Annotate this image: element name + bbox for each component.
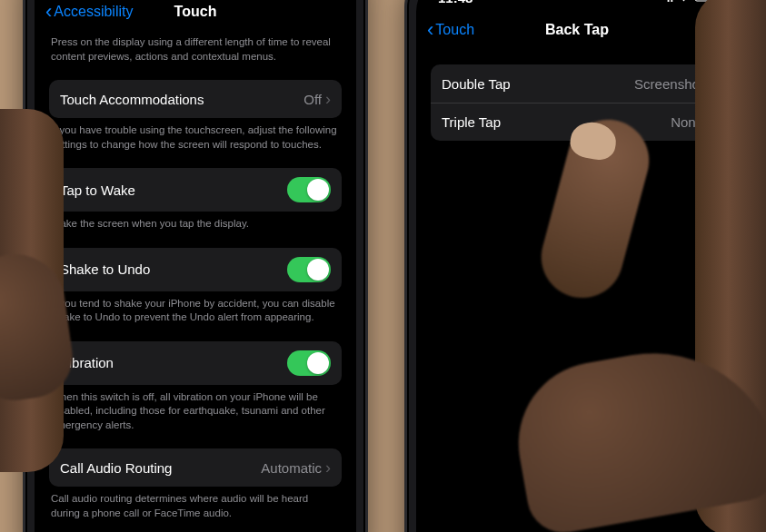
vibration-row[interactable]: Vibration (49, 341, 342, 385)
row-label: Tap to Wake (60, 182, 287, 198)
back-label: Touch (435, 22, 474, 38)
status-bar: 11:48 ••ıl (416, 0, 738, 12)
touch-accommodations-footer: If you have trouble using the touchscree… (49, 118, 342, 152)
tap-to-wake-row[interactable]: Tap to Wake (49, 168, 342, 212)
wifi-icon (677, 0, 691, 5)
touch-accommodations-row[interactable]: Touch Accommodations Off › (49, 80, 342, 118)
vibration-toggle[interactable] (287, 350, 331, 376)
chevron-left-icon: ‹ (45, 0, 52, 24)
row-label: Double Tap (442, 76, 634, 92)
settings-content: Press on the display using a different l… (35, 30, 356, 532)
row-label: Vibration (60, 355, 287, 370)
intro-footer: Press on the display using a different l… (49, 30, 342, 64)
back-button[interactable]: ‹ Touch (423, 15, 478, 45)
shake-to-undo-footer: If you tend to shake your iPhone by acci… (49, 291, 342, 325)
double-tap-row[interactable]: Double Tap Screenshot › (431, 64, 723, 103)
chevron-right-icon: › (325, 459, 331, 476)
vibration-footer: When this switch is off, all vibration o… (49, 385, 342, 433)
row-value: Screenshot (634, 76, 703, 92)
row-value: Automatic (261, 460, 322, 476)
signal-icon: ••ıl (659, 0, 673, 5)
row-label: Call Audio Routing (60, 460, 261, 476)
status-time: 11:48 (438, 0, 473, 5)
row-label: Shake to Undo (60, 261, 287, 277)
row-label: Triple Tap (442, 114, 671, 130)
screen-touch-settings: 11:47 ••ıl ‹ Accessibility Touch Press o… (35, 0, 356, 532)
tap-to-wake-toggle[interactable] (287, 177, 331, 202)
intro-group: Press on the display using a different l… (49, 30, 342, 64)
row-label: Touch Accommodations (60, 92, 303, 107)
chevron-right-icon: › (325, 91, 331, 107)
back-label: Accessibility (54, 4, 133, 20)
nav-bar: ‹ Accessibility Touch (35, 0, 356, 30)
back-button[interactable]: ‹ Accessibility (42, 0, 136, 27)
call-audio-routing-row[interactable]: Call Audio Routing Automatic › (49, 448, 342, 487)
row-value: Off (303, 92, 322, 107)
phone-left: 11:47 ••ıl ‹ Accessibility Touch Press o… (23, 0, 368, 532)
call-audio-footer: Call audio routing determines where audi… (49, 487, 342, 520)
shake-to-undo-toggle[interactable] (287, 257, 331, 282)
chevron-left-icon: ‹ (427, 18, 433, 42)
shake-to-undo-row[interactable]: Shake to Undo (49, 248, 342, 291)
nav-bar: ‹ Touch Back Tap (416, 12, 738, 48)
tap-to-wake-footer: Wake the screen when you tap the display… (49, 212, 342, 232)
